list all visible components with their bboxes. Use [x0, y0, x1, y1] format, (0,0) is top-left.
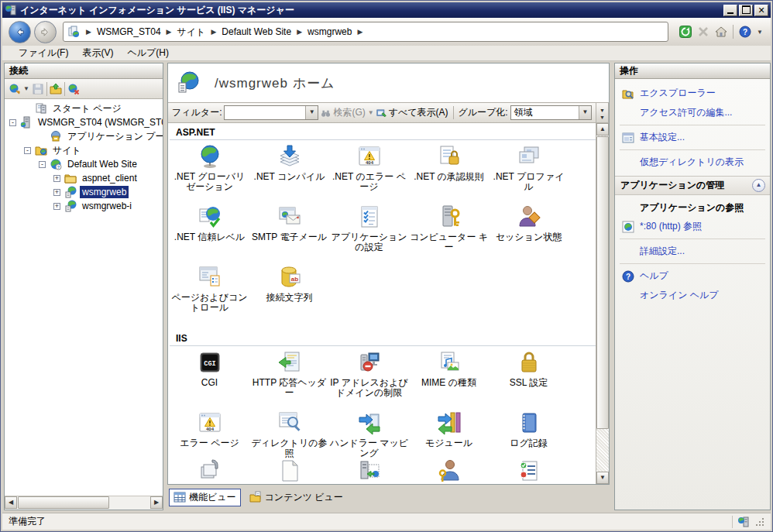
feature-partial-5[interactable] — [489, 455, 569, 484]
toolbar-overflow-icon[interactable]: ▼▼ — [596, 102, 609, 123]
expander-icon[interactable]: + — [53, 175, 60, 182]
breadcrumb[interactable]: ▶ WSMGR_ST04 ▶ サイト ▶ Default Web Site ▶ … — [63, 22, 668, 42]
expander-icon[interactable]: - — [9, 119, 16, 126]
minimize-button[interactable] — [723, 5, 737, 16]
edit-permissions-link[interactable]: アクセス許可の編集... — [640, 106, 732, 119]
chevron-down-icon[interactable]: ▼ — [579, 106, 591, 119]
help-link[interactable]: ヘルプ — [640, 269, 668, 283]
feature-dotnet-error-pages[interactable]: 404 .NET のエラー ページ — [329, 140, 409, 192]
web-site-icon: ? — [50, 158, 62, 170]
explorer-link[interactable]: エクスプローラー — [640, 87, 716, 100]
help-dropdown-icon[interactable]: ▼ — [757, 29, 763, 36]
breadcrumb-item-website[interactable]: Default Web Site — [221, 26, 292, 37]
group-by-label: グループ化: — [458, 106, 507, 119]
vertical-scrollbar[interactable]: ▲ ▼ — [596, 123, 609, 484]
horizontal-scrollbar[interactable]: ◀ ▶ — [5, 496, 163, 510]
forward-button[interactable] — [34, 21, 57, 43]
feature-directory-browsing[interactable]: ディレクトリの参照 — [249, 407, 329, 458]
application-icon — [64, 186, 77, 198]
expander-icon[interactable]: - — [24, 147, 31, 154]
feature-partial-1[interactable] — [170, 455, 249, 484]
up-folder-icon[interactable] — [50, 83, 62, 95]
feature-pages-and-controls[interactable]: ページおよびコントロール — [170, 261, 249, 313]
feature-partial-3[interactable] — [329, 455, 409, 484]
svg-text:?: ? — [743, 28, 747, 36]
tree-item-start-page[interactable]: スタート ページ — [5, 101, 163, 115]
expander-icon[interactable]: + — [53, 189, 60, 196]
breadcrumb-item-sites[interactable]: サイト — [177, 26, 207, 39]
expander-icon[interactable]: - — [39, 161, 46, 168]
tab-content-view[interactable]: コンテンツ ビュー — [246, 489, 347, 506]
scroll-right-icon[interactable]: ▶ — [150, 496, 163, 509]
feature-dotnet-authorization[interactable]: .NET の承認規則 — [409, 140, 489, 182]
browse-site-icon — [622, 221, 634, 233]
tree-item-wsmgrweb-i[interactable]: + wsmgrweb-i — [5, 199, 163, 213]
tree-item-app-pools[interactable]: アプリケーション プール — [5, 129, 163, 143]
feature-connection-strings[interactable]: ab 接続文字列 — [249, 261, 329, 303]
feature-logging[interactable]: ログ記録 — [489, 407, 569, 448]
close-button[interactable]: ✕ — [754, 5, 768, 16]
scrollbar-thumb[interactable] — [18, 496, 109, 509]
scrollbar-thumb[interactable] — [596, 136, 609, 429]
tree-item-sites[interactable]: - サイト — [5, 143, 163, 157]
scroll-left-icon[interactable]: ◀ — [5, 496, 17, 509]
online-help-link[interactable]: オンライン ヘルプ — [640, 289, 719, 302]
refresh-button[interactable] — [679, 26, 692, 38]
feature-partial-2[interactable] — [249, 455, 329, 484]
connect-dropdown-icon[interactable]: ▼ — [23, 85, 29, 92]
scroll-up-icon[interactable]: ▲ — [596, 123, 609, 136]
tab-features-view[interactable]: 機能ビュー — [169, 489, 241, 506]
feature-cgi[interactable]: CGI CGI — [170, 346, 249, 388]
feature-application-settings[interactable]: アプリケーションの設定 — [329, 201, 409, 252]
toolbar-separator — [733, 25, 733, 39]
globe-check-icon — [198, 204, 222, 229]
browse-http-link[interactable]: *:80 (http) 参照 — [640, 220, 702, 233]
menu-file[interactable]: ファイル(F) — [12, 45, 75, 61]
scroll-down-icon[interactable]: ▼ — [596, 472, 609, 484]
menu-help[interactable]: ヘルプ(H) — [120, 45, 176, 61]
feature-http-response-headers[interactable]: HTTP 応答ヘッダー — [249, 346, 329, 398]
advanced-settings-link[interactable]: 詳細設定... — [640, 245, 685, 258]
feature-modules[interactable]: モジュール — [409, 407, 489, 448]
title-bar: インターネット インフォメーション サービス (IIS) マネージャー ✕ — [2, 2, 771, 18]
feature-handler-mappings[interactable]: ハンドラー マッピング — [329, 407, 409, 458]
tree-item-server[interactable]: - WSMGR_ST04 (WSMGR_ST04¥ — [5, 115, 163, 129]
maximize-button[interactable] — [739, 5, 753, 16]
feature-dotnet-compilation[interactable]: .NET コンパイル — [249, 140, 329, 182]
tree-item-wsmgrweb[interactable]: + wsmgrweb — [5, 185, 163, 199]
tree-item-aspnet-client[interactable]: + aspnet_client — [5, 171, 163, 185]
feature-error-pages[interactable]: 404 エラー ページ — [170, 407, 249, 448]
breadcrumb-separator-icon: ▶ — [292, 28, 307, 36]
compile-icon — [277, 144, 302, 169]
view-virtual-directories-link[interactable]: 仮想ディレクトリの表示 — [640, 156, 744, 169]
tree-item-default-web-site[interactable]: - ? Default Web Site — [5, 157, 163, 171]
breadcrumb-item-app[interactable]: wsmgrweb — [307, 26, 352, 37]
feature-partial-4[interactable] — [409, 455, 489, 484]
feature-dotnet-globalization[interactable]: .NET グローバリゼーション — [170, 140, 249, 192]
help-button[interactable]: ? — [739, 26, 751, 38]
expander-icon[interactable]: + — [53, 203, 60, 210]
page-title: /wsmgrweb ホーム — [215, 74, 335, 92]
basic-settings-link[interactable]: 基本設定... — [640, 131, 685, 144]
menu-view[interactable]: 表示(V) — [75, 45, 120, 61]
feature-machine-key[interactable]: コンピューター キー — [409, 201, 489, 252]
delete-connection-icon[interactable] — [67, 83, 80, 95]
feature-smtp-email[interactable]: SMTP 電子メール — [249, 201, 329, 242]
breadcrumb-separator-icon: ▶ — [206, 28, 221, 36]
collapse-chevron-icon[interactable]: ▲ — [752, 179, 765, 192]
back-button[interactable] — [9, 21, 31, 43]
feature-dotnet-trust-levels[interactable]: .NET 信頼レベル — [170, 201, 249, 242]
connect-icon[interactable] — [9, 83, 21, 95]
chevron-down-icon[interactable]: ▼ — [305, 106, 318, 119]
feature-session-state[interactable]: セッション状態 — [489, 201, 569, 242]
filter-input[interactable]: ▼ — [224, 105, 318, 120]
feature-dotnet-profile[interactable]: .NET プロファイル — [489, 140, 569, 192]
home-button[interactable] — [715, 26, 727, 38]
show-all-button[interactable]: すべて表示(A) — [389, 106, 448, 119]
breadcrumb-item-server[interactable]: WSMGR_ST04 — [96, 26, 162, 37]
group-by-select[interactable]: 領域 ▼ — [510, 105, 592, 120]
feature-ssl-settings[interactable]: SSL 設定 — [489, 346, 569, 388]
resize-grip[interactable] — [754, 517, 764, 527]
feature-mime-types[interactable]: MIME の種類 — [409, 346, 489, 388]
feature-ip-restrictions[interactable]: IP アドレスおよびドメインの制限 — [329, 346, 409, 398]
